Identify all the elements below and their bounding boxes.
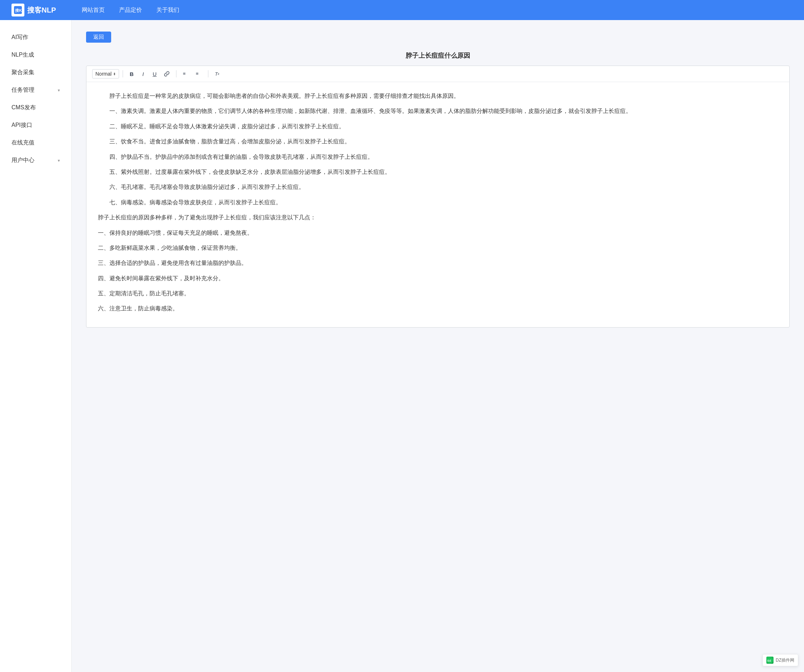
paragraph-6: 五、紫外线照射。过度暴露在紫外线下，会使皮肤缺乏水分，皮肤表层油脂分泌增多，从而… <box>98 166 778 178</box>
sidebar-item-aggregate[interactable]: 聚合采集 <box>0 64 71 82</box>
paragraph-12: 三、选择合适的护肤品，避免使用含有过量油脂的护肤品。 <box>98 258 778 268</box>
paragraph-1: 脖子上长痘痘是一种常见的皮肤病症，可能会影响患者的自信心和外表美观。脖子上长痘痘… <box>98 91 778 101</box>
sidebar-item-nlp-gen[interactable]: NLP生成 <box>0 46 71 64</box>
paragraph-11: 二、多吃新鲜蔬菜水果，少吃油腻食物，保证营养均衡。 <box>98 243 778 253</box>
logo: 搜K 搜客NLP <box>11 3 56 16</box>
paragraph-2: 一、激素失调。激素是人体内重要的物质，它们调节人体的各种生理功能，如新陈代谢、排… <box>98 106 778 116</box>
svg-text:搜K: 搜K <box>15 8 22 13</box>
sidebar: AI写作 NLP生成 聚合采集 任务管理 ▾ CMS发布 API接口 在线充值 … <box>0 20 72 672</box>
paragraph-15: 六、注意卫生，防止病毒感染。 <box>98 303 778 314</box>
nav-item-home[interactable]: 网站首页 <box>82 7 105 14</box>
sidebar-item-user-center[interactable]: 用户中心 ▾ <box>0 152 71 169</box>
toolbar-divider-3 <box>208 70 208 77</box>
clear-format-button[interactable]: Tx <box>212 69 222 79</box>
dz-badge-icon: DZ <box>766 657 773 664</box>
sidebar-item-cms[interactable]: CMS发布 <box>0 99 71 116</box>
editor-container: Normal ⬍ B I U ≡ <box>86 65 790 328</box>
chevron-down-icon-2: ▾ <box>58 158 60 163</box>
nav-item-pricing[interactable]: 产品定价 <box>119 7 142 14</box>
sidebar-item-recharge[interactable]: 在线充值 <box>0 134 71 152</box>
paragraph-3: 二、睡眠不足。睡眠不足会导致人体激素分泌失调，皮脂分泌过多，从而引发脖子上长痘痘… <box>98 121 778 132</box>
select-chevron-icon: ⬍ <box>113 72 116 76</box>
sidebar-item-task-mgmt[interactable]: 任务管理 ▾ <box>0 82 71 99</box>
dz-plugin-badge: DZ DZ插件网 <box>762 654 798 666</box>
paragraph-5: 四、护肤品不当。护肤品中的添加剂或含有过量的油脂，会导致皮肤毛孔堵塞，从而引发脖… <box>98 152 778 162</box>
main-content: 返回 脖子上长痘痘什么原因 Normal ⬍ B I U <box>72 20 804 672</box>
svg-text:≡: ≡ <box>183 71 186 76</box>
format-select[interactable]: Normal ⬍ <box>92 69 119 78</box>
logo-icon: 搜K <box>11 3 25 16</box>
svg-text:≡: ≡ <box>196 71 199 76</box>
sidebar-item-api[interactable]: API接口 <box>0 116 71 134</box>
header: 搜K 搜客NLP 网站首页 产品定价 关于我们 <box>0 0 804 20</box>
bold-button[interactable]: B <box>127 69 137 79</box>
nav-item-about[interactable]: 关于我们 <box>156 7 179 14</box>
paragraph-13: 四、避免长时间暴露在紫外线下，及时补充水分。 <box>98 273 778 284</box>
back-button[interactable]: 返回 <box>86 31 111 42</box>
chevron-down-icon: ▾ <box>58 88 60 93</box>
paragraph-8: 七、病毒感染。病毒感染会导致皮肤炎症，从而引发脖子上长痘痘。 <box>98 197 778 208</box>
svg-text:DZ: DZ <box>767 659 771 662</box>
toolbar-divider-2 <box>176 70 176 77</box>
format-select-value: Normal <box>95 71 111 77</box>
unordered-list-button[interactable]: ≡ <box>193 69 204 79</box>
editor-content[interactable]: 脖子上长痘痘是一种常见的皮肤病症，可能会影响患者的自信心和外表美观。脖子上长痘痘… <box>87 82 789 327</box>
dz-badge-label: DZ插件网 <box>776 657 794 664</box>
toolbar-divider-1 <box>123 70 123 77</box>
underline-button[interactable]: U <box>150 69 160 79</box>
italic-button[interactable]: I <box>138 69 148 79</box>
ordered-list-button[interactable]: ≡ <box>180 69 191 79</box>
sidebar-item-ai-writing[interactable]: AI写作 <box>0 29 71 46</box>
paragraph-14: 五、定期清洁毛孔，防止毛孔堵塞。 <box>98 288 778 299</box>
paragraph-10: 一、保持良好的睡眠习惯，保证每天充足的睡眠，避免熬夜。 <box>98 228 778 238</box>
link-button[interactable] <box>161 69 173 79</box>
paragraph-9: 脖子上长痘痘的原因多种多样，为了避免出现脖子上长痘痘，我们应该注意以下几点： <box>98 212 778 223</box>
editor-toolbar: Normal ⬍ B I U ≡ <box>87 66 789 82</box>
paragraph-7: 六、毛孔堵塞。毛孔堵塞会导致皮肤油脂分泌过多，从而引发脖子上长痘痘。 <box>98 182 778 192</box>
layout: AI写作 NLP生成 聚合采集 任务管理 ▾ CMS发布 API接口 在线充值 … <box>0 20 804 672</box>
paragraph-4: 三、饮食不当。进食过多油腻食物，脂肪含量过高，会增加皮脂分泌，从而引发脖子上长痘… <box>98 136 778 147</box>
article-title: 脖子上长痘痘什么原因 <box>86 51 790 60</box>
main-nav: 网站首页 产品定价 关于我们 <box>82 7 179 14</box>
logo-text: 搜客NLP <box>27 5 56 15</box>
